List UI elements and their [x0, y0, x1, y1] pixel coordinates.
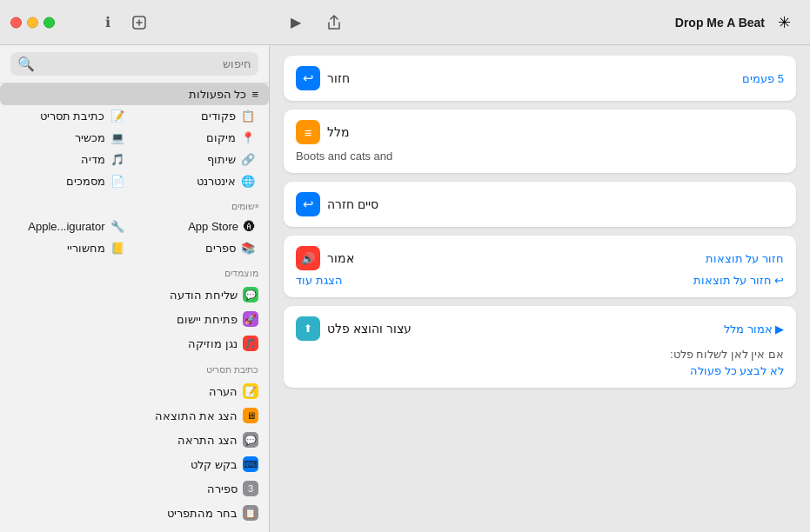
- sharing-label: שיתוף: [207, 153, 236, 166]
- sidebar-item-play-music[interactable]: 🎵 נגן מוזיקה: [0, 331, 269, 356]
- location-icon: 📍: [241, 131, 255, 144]
- titlebar-right: Drop Me A Beat ✳: [675, 10, 810, 35]
- open-app-icon: 🚀: [243, 311, 258, 327]
- dictate-body: Boots and cats and: [296, 150, 784, 163]
- device-icon: 💻: [110, 131, 124, 144]
- repeat-subtitle[interactable]: 5 פעמים: [742, 72, 784, 85]
- speak-subtitle[interactable]: חזור על תוצאות: [706, 252, 784, 265]
- app-icon-badge: ✳: [772, 10, 796, 35]
- sidebar-item-open-app[interactable]: 🚀 פתיחת יישום: [0, 307, 269, 331]
- ask-label: בקש קלט: [191, 458, 238, 471]
- dictate-title: מלל: [327, 125, 350, 139]
- books-label: ספרים: [205, 242, 236, 255]
- location-label: מיקום: [206, 131, 236, 144]
- maximize-button[interactable]: [44, 17, 55, 28]
- end-repeat-header: סיים חזרה ↩: [296, 192, 784, 216]
- sidebar-item-app-store[interactable]: 🅐 App Store: [135, 216, 266, 237]
- script-icon: 📝: [110, 110, 124, 123]
- script-label: כתיבת תסריט: [40, 110, 105, 123]
- no-action-link[interactable]: לא לבצע כל פעולה: [690, 364, 784, 377]
- internet-icon: 🌐: [241, 175, 255, 188]
- sidebar-item-media[interactable]: 🎵 מדיה: [3, 149, 135, 170]
- books-icon: 📚: [241, 242, 255, 255]
- sidebar-scroll: ≡ כל הפעולות 📝 כתיבת תסריט 📋 פקודים 💻 מכ…: [0, 83, 269, 532]
- alert-label: הצג התראה: [177, 434, 238, 447]
- count-icon: 3: [243, 481, 258, 496]
- minimize-button[interactable]: [27, 17, 38, 28]
- media-label: מדיה: [81, 153, 105, 166]
- play-button[interactable]: ▶: [284, 10, 308, 35]
- sidebar-item-sharing[interactable]: 🔗 שיתוף: [135, 149, 266, 170]
- repeat-badge: ↩: [296, 66, 320, 90]
- commands-label: פקודים: [201, 110, 236, 123]
- sidebar-item-alert[interactable]: 💬 הצג התראה: [0, 428, 269, 452]
- main-content: 🔍 ≡ כל הפעולות 📝 כתיבת תסריט 📋 פקודים: [0, 45, 810, 532]
- send-message-label: שליחת הודעה: [170, 289, 238, 302]
- sidebar-item-device[interactable]: 💻 מכשיר: [3, 127, 135, 149]
- speak-title: אמור: [327, 251, 354, 265]
- sidebar-item-books[interactable]: 📚 ספרים: [135, 237, 266, 259]
- sidebar-item-notes[interactable]: 📒 מחשוריי: [3, 237, 135, 259]
- sidebar-item-location[interactable]: 📍 מיקום: [135, 127, 266, 149]
- section-label-recommended: מוצמדים: [0, 259, 269, 283]
- section-label-apps: יישומים: [0, 192, 269, 216]
- sidebar-item-choose-menu[interactable]: 📋 בחר מהתפריט: [0, 501, 269, 525]
- commands-icon: 📋: [241, 110, 255, 123]
- note-icon: 📝: [243, 383, 258, 399]
- close-button[interactable]: [10, 17, 22, 28]
- window-title: Drop Me A Beat: [675, 16, 765, 30]
- section-label-script: כתיבת תסריט: [0, 356, 269, 379]
- titlebar: ℹ ▶ Drop Me A Beat ✳: [0, 0, 810, 45]
- media-icon: 🎵: [110, 153, 124, 166]
- speak-subtitle-icon: ▶: [775, 323, 784, 336]
- repeat-title: חזור: [327, 71, 350, 85]
- sidebar: 🔍 ≡ כל הפעולות 📝 כתיבת תסריט 📋 פקודים: [0, 45, 270, 532]
- sidebar-item-commands[interactable]: 📋 פקודים: [135, 105, 266, 127]
- search-input[interactable]: [40, 57, 251, 70]
- repeat-header: 5 פעמים חזור ↩: [296, 66, 784, 90]
- stop-speak-subtitle[interactable]: ▶ אמור מלל: [724, 323, 784, 336]
- list-icon: ≡: [251, 88, 258, 101]
- device-label: מכשיר: [75, 131, 105, 144]
- message-icon: 💬: [243, 287, 258, 303]
- play-music-label: נגן מוזיקה: [188, 337, 238, 350]
- sidebar-item-count[interactable]: 3 ספירה: [0, 476, 269, 501]
- repeat-results-label: חזור על תוצאות: [693, 274, 772, 287]
- search-icon: 🔍: [17, 56, 35, 72]
- action-card-end-repeat: סיים חזרה ↩: [284, 182, 796, 227]
- alert-icon: 💬: [243, 432, 258, 448]
- music-icon: 🎵: [243, 336, 258, 351]
- sidebar-item-send-message[interactable]: 💬 שליחת הודעה: [0, 283, 269, 307]
- titlebar-center: ▶: [270, 10, 675, 35]
- sidebar-item-internet[interactable]: 🌐 אינטרנט: [135, 170, 266, 192]
- sidebar-item-show-result[interactable]: 🖥 הצג את התוצאה: [0, 403, 269, 428]
- speak-badge: 🔊: [296, 246, 320, 270]
- ask-icon: ⌨: [243, 456, 258, 472]
- sidebar-item-script[interactable]: 📝 כתיבת תסריט: [3, 105, 135, 127]
- sidebar-item-documents[interactable]: 📄 מסמכים: [3, 170, 135, 192]
- sidebar-item-all-actions[interactable]: ≡ כל הפעולות: [0, 83, 269, 105]
- sidebar-item-ask-input[interactable]: ⌨ בקש קלט: [0, 452, 269, 476]
- configurator-label: Apple...igurator: [28, 220, 104, 233]
- sidebar-categories-grid: 📝 כתיבת תסריט 📋 פקודים 💻 מכשיר 📍 מיקום 🎵: [0, 105, 269, 192]
- dictate-header: מלל ≡: [296, 120, 784, 144]
- action-card-stop-speak: ▶ אמור מלל עצור והוצא פלט ⬆ אם אין לאן ל…: [284, 306, 796, 388]
- show-result-icon: 🖥: [243, 408, 258, 423]
- sharing-icon: 🔗: [241, 153, 255, 166]
- notes-icon: 📒: [110, 242, 124, 255]
- show-result-label: הצג את התוצאה: [155, 409, 238, 422]
- action-card-dictate: מלל ≡ Boots and cats and: [284, 110, 796, 173]
- sidebar-item-apple-configurator[interactable]: 🔧 Apple...igurator: [3, 216, 135, 237]
- speak-repeat-results[interactable]: ↩ חזור על תוצאות: [693, 274, 784, 287]
- add-shortcut-button[interactable]: [127, 10, 151, 35]
- info-button[interactable]: ℹ: [96, 10, 120, 35]
- share-button[interactable]: [322, 10, 346, 35]
- sidebar-item-note[interactable]: 📝 הערה: [0, 379, 269, 403]
- all-actions-label: כל הפעולות: [189, 88, 247, 101]
- documents-icon: 📄: [110, 175, 124, 188]
- note-label: הערה: [209, 385, 238, 398]
- search-bar: 🔍: [0, 45, 269, 83]
- speak-more-link[interactable]: הצגת עוד: [296, 274, 343, 287]
- documents-label: מסמכים: [66, 175, 105, 188]
- apps-grid: 🔧 Apple...igurator 🅐 App Store 📒 מחשוריי…: [0, 216, 269, 259]
